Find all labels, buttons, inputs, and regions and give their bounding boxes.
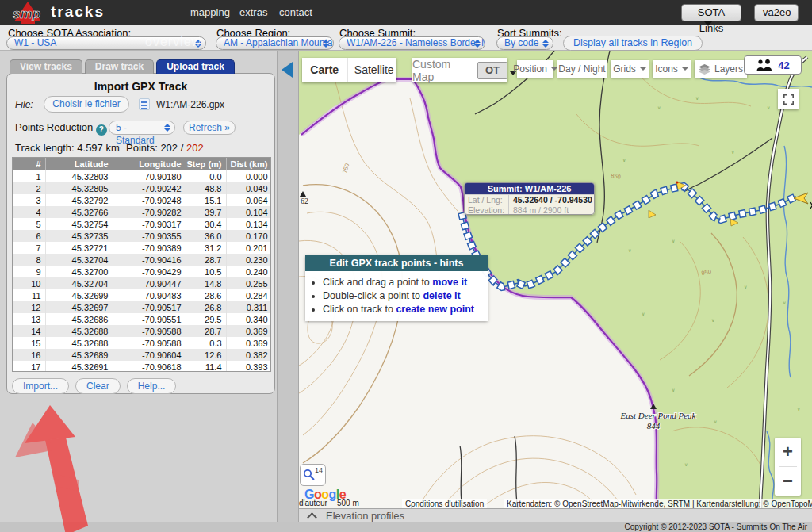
association-value: W1 - USA	[14, 37, 56, 48]
panel-map-divider	[277, 51, 299, 522]
table-row[interactable]: 645.32735-70.9035536.00.170	[13, 230, 271, 242]
table-header-row: # Latitude Longitude Step (m) Dist (km)	[13, 158, 271, 170]
users-icon	[756, 59, 773, 71]
grids-button[interactable]: Grids	[611, 60, 649, 78]
points-reduction-label: Points Reduction	[15, 121, 93, 133]
elevation-label: Elevation:	[465, 205, 509, 215]
track-length-value: 4.597 km	[77, 142, 119, 154]
points-reduction-select[interactable]: 5 - Standard	[109, 121, 175, 135]
fullscreen-button[interactable]	[778, 89, 799, 109]
points-count: 202	[160, 142, 178, 154]
map-type-satellite-button[interactable]: Satellite	[352, 58, 397, 82]
map-area[interactable]: ∨∨∨ ∨∨∨ ∨∨∨ ∨∨∨ ∨∨∨	[299, 51, 812, 508]
panel-title: Import GPX Track	[7, 80, 274, 93]
tab-draw-track[interactable]: Draw track	[85, 59, 154, 74]
custom-map-ot-button[interactable]: OT	[477, 62, 508, 79]
icons-label: Icons	[655, 63, 678, 75]
svg-text:∨: ∨	[684, 462, 688, 467]
svg-text:∨: ∨	[714, 419, 717, 424]
map-type-toggle: Carte Satellite	[302, 58, 396, 82]
table-row[interactable]: 1445.32688-70.9058828.70.369	[13, 325, 271, 337]
table-row[interactable]: 745.32721-70.9038931.20.201	[13, 242, 271, 254]
region-value: AM - Appalachian Mountains	[224, 37, 334, 48]
svg-text:∨: ∨	[657, 105, 661, 110]
day-night-button[interactable]: Day / Night	[557, 60, 607, 78]
col-header-num: #	[13, 158, 45, 170]
table-row[interactable]: 145.32803-70.901800.00.000	[13, 170, 271, 182]
elevation-profiles-label: Elevation profiles	[326, 510, 404, 522]
table-row[interactable]: 1745.32691-70.9061811.40.393	[13, 361, 271, 372]
table-row[interactable]: 1545.32688-70.905880.30.369	[13, 337, 271, 349]
refresh-button[interactable]: Refresh »	[183, 121, 236, 135]
display-all-tracks-button[interactable]: Display all tracks in Region	[563, 36, 703, 51]
sota-links-dropdown-caret-icon	[704, 21, 712, 26]
sort-select[interactable]: By code	[496, 36, 553, 50]
svg-text:∨: ∨	[642, 312, 645, 316]
table-row[interactable]: 245.32805-70.9024248.80.049	[13, 182, 271, 194]
file-icon	[139, 98, 150, 110]
left-panel-column: View tracks Draw track Upload track Impo…	[0, 51, 277, 522]
track-points-table: # Latitude Longitude Step (m) Dist (km) …	[13, 158, 271, 372]
contour-label-850: 850	[611, 172, 622, 181]
table-row[interactable]: 345.32792-70.9024815.10.064	[13, 194, 271, 206]
table-row[interactable]: 1145.32699-70.9048328.60.284	[13, 289, 271, 301]
select-updown-icon	[164, 124, 170, 132]
zoom-out-button[interactable]: −	[775, 467, 801, 496]
caret-down-icon	[682, 67, 688, 71]
table-row[interactable]: 545.32754-70.9031730.40.134	[13, 218, 271, 230]
summit-popup-title: Summit: W1/AM-226	[465, 183, 594, 194]
nav-item-mapping[interactable]: mapping	[190, 6, 230, 18]
help-circle-icon[interactable]: ?	[96, 124, 107, 136]
track-start-dot	[676, 181, 678, 183]
nav-item-extras[interactable]: extras	[239, 6, 267, 18]
map-type-carte-button[interactable]: Carte	[302, 58, 348, 82]
association-select[interactable]: W1 - USA	[6, 36, 206, 50]
terms-link[interactable]: Conditions d'utilisation	[402, 499, 487, 508]
summit-select[interactable]: W1/AM-226 - Nameless Border Mtn	[339, 36, 485, 50]
collapse-panel-icon[interactable]	[282, 62, 293, 78]
sota-links-button[interactable]: SOTA Links	[681, 4, 741, 21]
svg-text:∨: ∨	[628, 248, 631, 253]
svg-text:∨: ∨	[672, 239, 675, 243]
table-row[interactable]: 1645.32689-70.9060412.60.382	[13, 349, 271, 361]
position-button[interactable]: Position	[517, 60, 553, 78]
smp-logo-icon[interactable]: smp	[6, 1, 49, 25]
zoom-level-button[interactable]: 14	[300, 464, 326, 486]
nav-item-contact[interactable]: contact	[279, 6, 312, 18]
import-button[interactable]: Import...	[12, 378, 69, 394]
hint-item: Double-click a point to delete it	[323, 289, 483, 303]
select-updown-icon	[542, 40, 549, 48]
svg-text:∨: ∨	[695, 96, 699, 101]
table-row[interactable]: 1245.32697-70.9051726.80.311	[13, 301, 271, 313]
file-name: W1:AM-226.gpx	[156, 99, 224, 110]
clear-button[interactable]: Clear	[75, 378, 121, 394]
elevation-profiles-bar[interactable]: Elevation profiles	[299, 508, 812, 522]
layers-button[interactable]: Layers	[695, 60, 747, 78]
tab-upload-track[interactable]: Upload track	[156, 59, 235, 74]
points-reduction-row: Points Reduction ? : 5 - Standard Refres…	[15, 121, 270, 137]
points-label: Points:	[126, 142, 158, 154]
region-select[interactable]: AM - Appalachian Mountains	[216, 36, 334, 50]
caret-down-icon	[640, 67, 646, 71]
top-navbar: smp tracks mapping extras contact SOTA L…	[0, 0, 812, 25]
table-row[interactable]: 945.32700-70.9042910.50.240	[13, 266, 271, 277]
icons-button[interactable]: Icons	[653, 60, 691, 78]
file-label: File:	[15, 99, 33, 110]
track-points-table-wrap[interactable]: # Latitude Longitude Step (m) Dist (km) …	[12, 157, 271, 372]
day-night-label: Day / Night	[558, 63, 605, 75]
svg-text:∨: ∨	[783, 300, 786, 305]
table-row[interactable]: 845.32704-70.9041628.70.230	[13, 254, 271, 266]
user-callsign-button[interactable]: va2eo	[754, 4, 799, 21]
tab-view-tracks[interactable]: View tracks	[10, 59, 82, 74]
zoom-level-value: 14	[315, 466, 323, 474]
table-row[interactable]: 445.32766-70.9028239.70.104	[13, 206, 271, 218]
track-stats-row: Track length: 4.597 km Points: 202 / 202	[15, 142, 270, 154]
custom-map-label: Custom Map	[412, 58, 473, 83]
layers-icon	[699, 64, 710, 75]
choose-file-button[interactable]: Choisir le fichier	[44, 96, 129, 113]
table-row[interactable]: 1345.32686-70.9055129.50.340	[13, 313, 271, 325]
zoom-in-button[interactable]: +	[775, 438, 801, 466]
table-row[interactable]: 1045.32704-70.9044714.80.255	[13, 277, 271, 289]
position-label: Position	[513, 63, 547, 75]
help-button[interactable]: Help...	[127, 378, 177, 394]
